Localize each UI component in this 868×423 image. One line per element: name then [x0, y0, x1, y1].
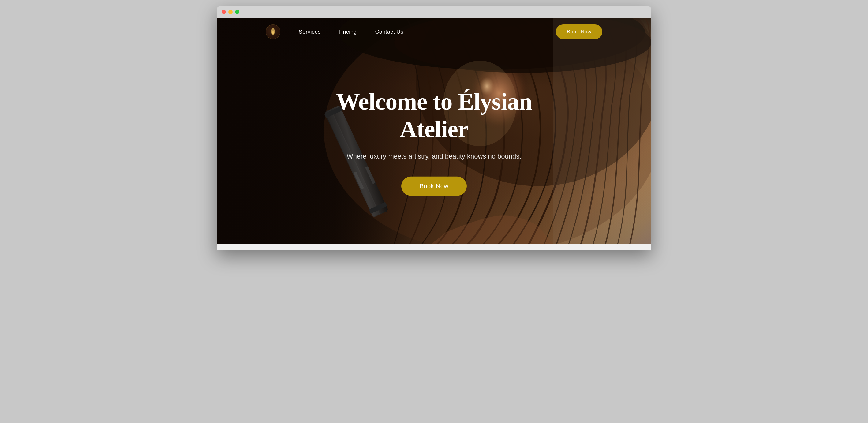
hero-title: Welcome to Élysian Atelier [327, 88, 541, 143]
hero-content: Welcome to Élysian Atelier Where luxury … [327, 88, 541, 196]
website-content: Services Pricing Contact Us Book Now Wel… [217, 18, 651, 244]
nav-pricing[interactable]: Pricing [339, 29, 357, 35]
title-bar [217, 6, 651, 18]
hero-book-now-button[interactable]: Book Now [401, 177, 467, 196]
svg-rect-14 [553, 18, 651, 244]
hero-subtitle: Where luxury meets artistry, and beauty … [345, 151, 523, 161]
nav-links: Services Pricing Contact Us [299, 29, 556, 35]
minimize-button[interactable] [228, 10, 232, 14]
browser-window: Services Pricing Contact Us Book Now Wel… [217, 6, 651, 250]
logo-icon [266, 25, 280, 39]
navbar: Services Pricing Contact Us Book Now [217, 18, 651, 46]
maximize-button[interactable] [235, 10, 239, 14]
close-button[interactable] [222, 10, 226, 14]
logo-container [266, 25, 280, 39]
nav-book-now-button[interactable]: Book Now [556, 25, 602, 39]
flame-logo-svg [269, 27, 277, 37]
bottom-bar [217, 244, 651, 250]
nav-services[interactable]: Services [299, 29, 321, 35]
nav-contact[interactable]: Contact Us [375, 29, 403, 35]
